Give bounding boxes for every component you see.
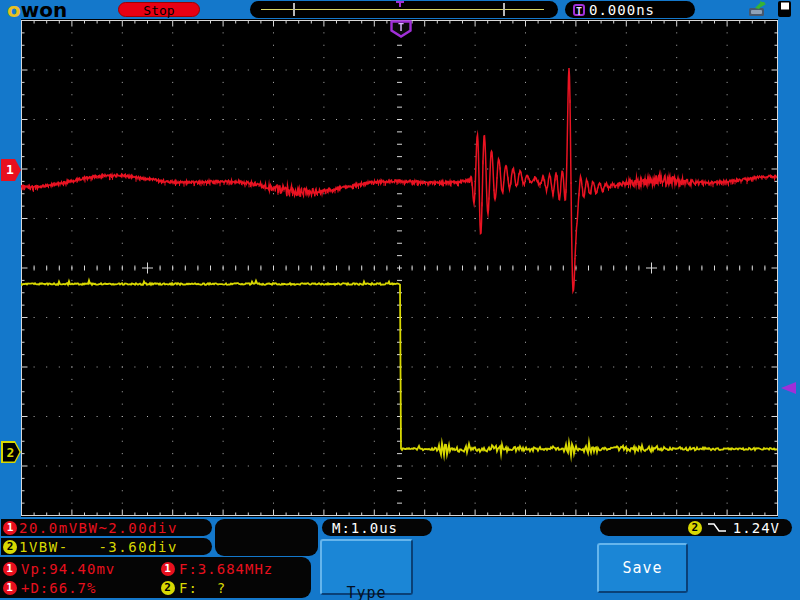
trigger-marker-letter: T [398, 22, 404, 33]
type-label: Type [322, 584, 411, 600]
ch2-marker-label: 2 [7, 445, 15, 460]
trigger-t-icon: T [573, 4, 585, 16]
type-menu-button[interactable]: Type Image [320, 539, 413, 595]
trigger-position-tick [396, 1, 404, 3]
trigger-level-pill: 2 1.24V [600, 519, 792, 536]
ch1-marker-label: 1 [6, 162, 14, 177]
trigger-horizontal-marker[interactable]: T [389, 20, 413, 38]
ch1-position-marker[interactable]: 1 [1, 159, 21, 181]
trigger-time-value: 0.000ns [589, 2, 655, 18]
measurement-panel: 1 Vp:94.40mv 1 F:3.684MHz 1 +D:66.7% 2 F… [0, 557, 311, 598]
logo-letter-o: o [7, 0, 21, 22]
trigger-position-widget[interactable] [250, 1, 558, 18]
meas-freq2-badge: 2 [161, 581, 175, 595]
ch2-marker-inner: 2 [3, 443, 20, 462]
device-icon [777, 0, 793, 18]
trigger-time-readout: T 0.000ns [565, 1, 695, 18]
waveform-canvas [21, 19, 778, 517]
timebase-pill: M:1.0us [322, 519, 432, 536]
acquisition-box: (500MS/s) Depth:10K [215, 519, 318, 556]
trigger-level-value: 1.24V [733, 520, 780, 536]
meas-freq2-text: F: ? [179, 580, 226, 596]
ch2-position-marker[interactable]: 2 [1, 441, 21, 463]
usb-storage-icon [746, 1, 769, 18]
meas-vp-badge: 1 [3, 562, 17, 576]
meas-duty-text: +D:66.7% [21, 580, 96, 596]
ch1-status-pill: 1 20.0mVBW~2.00div [1, 519, 212, 536]
window-bracket-right [503, 3, 505, 16]
oscilloscope-ui: { "header": { "logo_o": "o", "logo_rest"… [0, 0, 800, 600]
falling-edge-icon [707, 521, 728, 534]
ch1-badge: 1 [3, 521, 17, 535]
trigger-level-arrow[interactable] [781, 382, 796, 394]
trigger-source-badge: 2 [688, 521, 702, 535]
ch2-status-pill: 2 1VBW- -3.60div [1, 538, 212, 555]
ch2-badge: 2 [3, 540, 17, 554]
meas-vp-text: Vp:94.40mv [21, 561, 115, 577]
save-button[interactable]: Save [597, 543, 688, 593]
run-stop-button[interactable]: Stop [118, 2, 200, 17]
ch2-scale-text: 1VBW- -3.60div [19, 539, 178, 555]
ch1-scale-text: 20.0mVBW~2.00div [19, 520, 178, 536]
record-length-line [261, 9, 544, 10]
meas-freq1-badge: 1 [161, 562, 175, 576]
meas-duty-badge: 1 [3, 581, 17, 595]
meas-freq1-text: F:3.684MHz [179, 561, 273, 577]
window-bracket-left [293, 3, 295, 16]
